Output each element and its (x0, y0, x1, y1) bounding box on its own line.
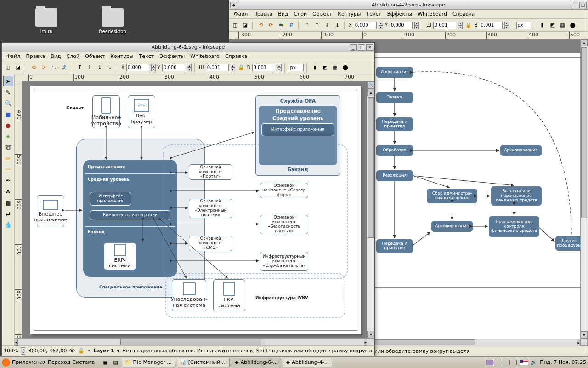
menu-help[interactable]: Справка (223, 53, 249, 60)
workspace-switcher[interactable] (486, 360, 517, 365)
flip-v-icon[interactable]: ⇵ (60, 63, 68, 72)
menu-file[interactable]: Файл (5, 53, 22, 60)
menu-places[interactable]: Переход (48, 359, 71, 365)
select-layer-icon[interactable]: ◪ (14, 63, 22, 72)
scroll-right[interactable]: ▸ (577, 339, 580, 346)
raise-icon[interactable]: ↑ (85, 63, 94, 72)
menu-path[interactable]: Контуры (336, 11, 362, 17)
unit-select[interactable] (289, 64, 304, 71)
h-input[interactable] (480, 22, 503, 29)
scroll-left[interactable]: ◂ (15, 339, 18, 346)
menu-system[interactable]: Система (72, 359, 95, 365)
star-tool[interactable]: ★ (3, 131, 13, 141)
h-input[interactable] (252, 64, 275, 71)
scroll-thumb[interactable] (581, 47, 587, 218)
scroll-thumb[interactable] (368, 97, 374, 238)
close-button[interactable]: ✕ (366, 44, 373, 51)
minimize-button[interactable]: _ (571, 2, 578, 8)
menu-view[interactable]: Вид (49, 53, 62, 60)
current-layer[interactable]: Layer 1 (93, 348, 114, 354)
minimize-button[interactable]: _ (350, 44, 357, 51)
spin-down[interactable]: ▾ (21, 351, 25, 355)
unit-select[interactable] (516, 22, 531, 29)
affect-icon[interactable]: ⬤ (341, 63, 350, 72)
menu-whiteboard[interactable]: Whiteboard (416, 11, 449, 17)
menu-effects[interactable]: Эффекты (385, 11, 414, 17)
gradient-tool[interactable]: ▤ (3, 197, 13, 207)
maximize-button[interactable]: □ (358, 44, 365, 51)
lower-bottom-icon[interactable]: ⤓ (333, 21, 341, 29)
y-input[interactable] (390, 22, 413, 29)
spin-up[interactable]: ▴ (21, 347, 25, 351)
spin-down[interactable]: ▾ (151, 68, 156, 71)
select-all-icon[interactable]: ◫ (231, 21, 239, 29)
spin-down[interactable]: ▾ (231, 68, 235, 71)
spin-up[interactable]: ▴ (277, 64, 282, 68)
menu-edit[interactable]: Правка (24, 53, 47, 60)
lower-bottom-icon[interactable]: ⤓ (106, 63, 114, 72)
clock[interactable]: Пнд, 7 Ноя, 07:25 (540, 359, 586, 365)
menu-object[interactable]: Объект (311, 11, 334, 17)
menu-layer[interactable]: Слой (292, 11, 309, 17)
rotate-ccw-icon[interactable]: ⟲ (257, 21, 265, 29)
scroll-down[interactable]: ▾ (368, 331, 374, 338)
spin-up[interactable]: ▴ (187, 64, 192, 68)
node-tool[interactable]: ✎ (3, 87, 13, 97)
spiral-tool[interactable]: ➰ (3, 142, 13, 152)
scroll-right[interactable]: ▸ (364, 339, 367, 346)
connector-tool[interactable]: ⇄ (3, 208, 13, 218)
menu-help[interactable]: Справка (451, 11, 476, 17)
spin-up[interactable]: ▴ (231, 64, 235, 68)
zoom-tool[interactable]: 🔍 (3, 98, 13, 108)
spin-up[interactable]: ▴ (414, 22, 419, 25)
spin-up[interactable]: ▴ (458, 22, 463, 25)
lower-icon[interactable]: ↓ (96, 63, 104, 72)
menu-object[interactable]: Объект (83, 53, 107, 60)
scrollbar-vertical[interactable]: ▴ ▾ (580, 39, 588, 339)
flip-v-icon[interactable]: ⇵ (287, 21, 295, 29)
task-abbildung-6[interactable]: ◆Abbildung-6-... (232, 358, 281, 367)
text-tool[interactable]: A (3, 186, 13, 196)
lock-icon[interactable]: 🔒 (464, 21, 473, 29)
select-layer-icon[interactable]: ◪ (241, 21, 249, 29)
menu-path[interactable]: Контуры (108, 53, 135, 60)
selector-tool[interactable]: ➤ (3, 76, 13, 86)
menu-effects[interactable]: Эффекты (158, 53, 187, 60)
menu-layer[interactable]: Слой (65, 53, 82, 60)
rotate-cw-icon[interactable]: ⟳ (40, 63, 48, 72)
task-filemanager[interactable]: 📁File Manager ... (122, 358, 175, 367)
spin-down[interactable]: ▾ (414, 25, 419, 29)
affect-icon[interactable]: ▮ (538, 21, 547, 29)
menu-file[interactable]: Файл (232, 11, 249, 17)
maximize-button[interactable]: □ (579, 2, 587, 8)
flip-h-icon[interactable]: ⇋ (50, 63, 58, 72)
titlebar[interactable]: Abbildung-6-2.svg - Inkscape _ □ ✕ (2, 43, 374, 52)
spin-down[interactable]: ▾ (187, 68, 192, 71)
spin-down[interactable]: ▾ (504, 25, 509, 29)
scroll-thumb[interactable] (120, 339, 261, 345)
spin-down[interactable]: ▾ (458, 25, 463, 29)
affect-icon[interactable]: ▮ (311, 63, 319, 72)
titlebar[interactable]: ◆ Abbildung-4-2.svg - Inkscape _ □ (229, 0, 588, 10)
ubuntu-icon[interactable] (2, 358, 10, 367)
flip-h-icon[interactable]: ⇋ (277, 21, 285, 29)
zoom-tool-btn[interactable]: 🔍 (368, 81, 374, 89)
x-input[interactable] (126, 64, 149, 71)
x-input[interactable] (354, 22, 377, 29)
scroll-up[interactable]: ▴ (581, 39, 588, 46)
spin-down[interactable]: ▾ (379, 25, 383, 29)
affect-icon[interactable]: ◩ (321, 63, 329, 72)
select-all-icon[interactable]: ◫ (4, 63, 12, 72)
menu-edit[interactable]: Правка (251, 11, 274, 17)
keyboard-layout-icon[interactable] (520, 360, 528, 365)
menu-text[interactable]: Текст (137, 53, 156, 60)
launcher-icon[interactable]: ▤ (112, 358, 120, 367)
raise-top-icon[interactable]: ⤒ (303, 21, 311, 29)
spin-up[interactable]: ▴ (379, 22, 383, 25)
menu-text[interactable]: Текст (365, 11, 384, 17)
dropper-tool[interactable]: 💧 (3, 219, 13, 230)
spin-down[interactable]: ▾ (277, 68, 282, 71)
lower-icon[interactable]: ↓ (323, 21, 331, 29)
scrollbar-horizontal[interactable]: ◂ ▸ (15, 338, 367, 345)
eye-icon[interactable]: 👁 (69, 347, 75, 354)
